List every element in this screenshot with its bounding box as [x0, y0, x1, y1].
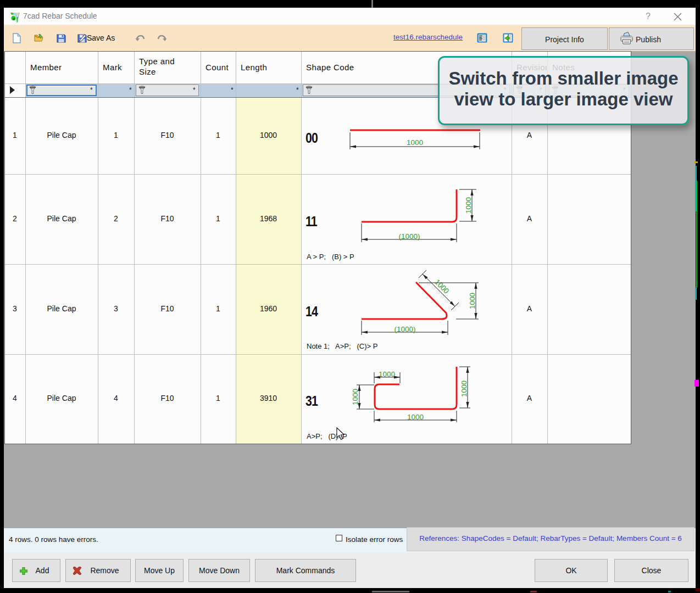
- svg-text:(1000): (1000): [398, 232, 420, 240]
- svg-text:1000: 1000: [464, 197, 473, 214]
- svg-text:1000: 1000: [433, 278, 451, 295]
- svg-text:1000: 1000: [379, 370, 395, 378]
- svg-text:1000: 1000: [351, 389, 359, 405]
- svg-text:1000: 1000: [407, 138, 423, 147]
- svg-text:1000: 1000: [460, 381, 468, 397]
- svg-text:(1000): (1000): [394, 325, 415, 333]
- svg-text:1000: 1000: [468, 293, 476, 309]
- svg-text:1000: 1000: [407, 413, 424, 421]
